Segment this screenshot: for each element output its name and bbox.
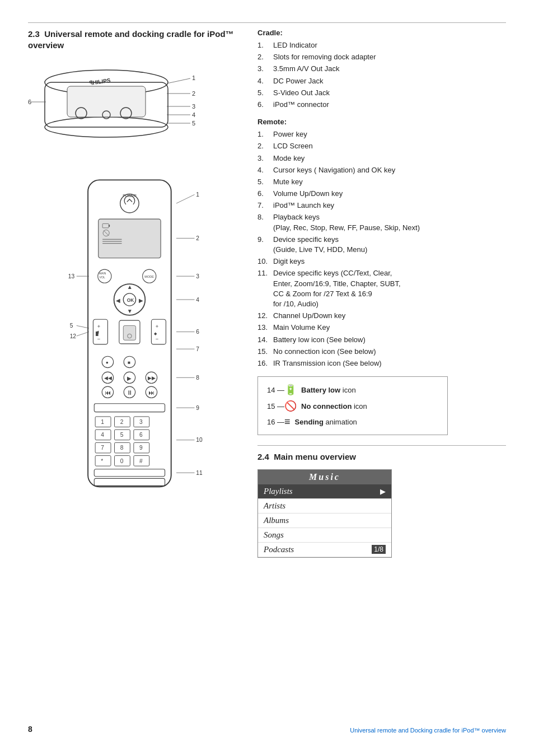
svg-text:7: 7 [196, 346, 199, 352]
list-item: 7.iPod™ Launch key [257, 200, 506, 211]
svg-text:+: + [156, 324, 158, 329]
icons-reference-box: 14 — 🔋 Battery low icon 15 — 🚫 No connec… [257, 376, 448, 435]
svg-text:▶: ▶ [127, 375, 132, 381]
main-content: 2.3 Universal remote and docking cradle … [28, 29, 506, 713]
svg-rect-23 [99, 219, 161, 258]
svg-text:9: 9 [196, 405, 199, 411]
svg-text:4: 4 [192, 111, 195, 118]
right-column: Cradle: 1.LED Indicator 2.Slots for remo… [257, 29, 506, 713]
svg-text:−: − [156, 337, 158, 342]
page: 2.3 Universal remote and docking cradle … [0, 0, 534, 756]
sending-icon-row: 16 — ≡ Sending animation [267, 416, 438, 428]
menu-item-artists: Artists [258, 499, 391, 514]
svg-text:▲: ▲ [127, 284, 133, 290]
remote-section-title: Remote: [257, 118, 506, 126]
svg-rect-71 [94, 404, 165, 412]
menu-item-albums: Albums [258, 514, 391, 528]
svg-text:5: 5 [192, 120, 195, 127]
svg-text:8: 8 [196, 375, 199, 381]
svg-text:2: 2 [192, 90, 195, 97]
battery-icon-row: 14 — 🔋 Battery low icon [267, 384, 438, 396]
svg-text:1: 1 [101, 419, 104, 425]
list-item: 6.iPod™ connector [257, 100, 506, 110]
menu-title: Music [258, 470, 391, 484]
menu-item-playlists: Playlists ▶ [258, 484, 391, 499]
list-item: 4.Cursor keys ( Navigation) and OK key [257, 165, 506, 175]
svg-text:MAIN: MAIN [99, 272, 106, 275]
svg-text:3: 3 [196, 273, 199, 279]
svg-text:⏮: ⏮ [105, 389, 111, 396]
svg-text:4: 4 [101, 432, 104, 438]
svg-line-106 [77, 325, 89, 328]
svg-text:◀◀: ◀◀ [104, 375, 112, 381]
svg-text:◀: ◀ [116, 297, 120, 304]
list-item: 16.IR Transmission icon (See below) [257, 358, 506, 368]
svg-text:3: 3 [192, 103, 195, 110]
svg-text:ꟼHILIPS: ꟼHILIPS [89, 77, 111, 86]
list-item: 9.Device specific keys(Guide, Live TV, H… [257, 235, 506, 255]
list-item: 1.LED Indicator [257, 40, 506, 50]
svg-text:4: 4 [196, 297, 199, 303]
page-footer: 8 Universal remote and Docking cradle fo… [28, 713, 506, 734]
svg-line-98 [176, 194, 195, 203]
menu-screen: Music Playlists ▶ Artists Albums Songs [257, 469, 392, 558]
svg-text:3: 3 [139, 419, 143, 425]
svg-text:1: 1 [196, 192, 199, 198]
list-item: 2.Slots for removing dock adapter [257, 52, 506, 62]
svg-text:VOL: VOL [100, 276, 105, 279]
cradle-list: 1.LED Indicator 2.Slots for removing doc… [257, 40, 506, 110]
menu-item-podcasts: Podcasts 1/8 [258, 543, 391, 557]
cradle-section-title: Cradle: [257, 29, 506, 37]
list-item: 8.Playback keys(Play, Rec, Stop, Rew, FF… [257, 212, 506, 232]
list-item: 15.No connection icon (See below) [257, 347, 506, 357]
svg-text:⏭: ⏭ [148, 389, 154, 396]
list-item: 5.S-Video Out Jack [257, 88, 506, 98]
svg-line-8 [167, 78, 190, 83]
cradle-diagram: ꟼHILIPS 1 2 3 [28, 57, 207, 152]
svg-text:▼: ▼ [127, 308, 133, 314]
remote-list: 1.Power key 2.LCD Screen 3.Mode key 4.Cu… [257, 129, 506, 368]
svg-text:⏸: ⏸ [127, 389, 133, 396]
svg-text:13: 13 [68, 273, 75, 279]
svg-text:#: # [139, 458, 143, 464]
left-column: 2.3 Universal remote and docking cradle … [28, 29, 241, 713]
remote-diagram: POWER [67, 162, 202, 511]
svg-text:*: * [101, 458, 103, 464]
list-item: 2.LCD Screen [257, 141, 506, 151]
list-item: 14.Battery low icon (See below) [257, 335, 506, 345]
page-number: 8 [28, 725, 32, 734]
svg-text:1: 1 [192, 74, 195, 81]
svg-text:6: 6 [139, 432, 143, 438]
list-item: 3.3.5mm A/V Out Jack [257, 64, 506, 74]
svg-rect-97 [94, 478, 165, 486]
svg-text:OK: OK [127, 297, 134, 303]
svg-rect-96 [94, 469, 165, 477]
svg-text:6: 6 [196, 329, 199, 335]
list-item: 10.Digit keys [257, 256, 506, 267]
svg-text:6: 6 [28, 99, 31, 105]
svg-text:+: + [97, 324, 100, 329]
list-item: 12.Channel Up/Down key [257, 311, 506, 321]
svg-text:◆: ◆ [154, 332, 157, 335]
list-item: 3.Mode key [257, 153, 506, 164]
svg-text:10: 10 [196, 437, 203, 443]
svg-text:7: 7 [101, 445, 104, 451]
svg-text:11: 11 [196, 470, 203, 476]
svg-rect-25 [109, 225, 110, 227]
section-24: 2.4 Main menu overview Music Playlists ▶… [257, 445, 506, 558]
svg-text:●: ● [106, 360, 109, 365]
svg-text:2: 2 [196, 235, 199, 241]
svg-text:9: 9 [139, 445, 143, 451]
list-item: 11.Device specific keys (CC/Text, Clear,… [257, 268, 506, 309]
svg-text:█: █ [96, 332, 99, 336]
svg-text:2: 2 [120, 419, 124, 425]
svg-text:−: − [97, 337, 100, 342]
svg-text:5: 5 [120, 432, 124, 438]
svg-text:▶: ▶ [139, 297, 143, 304]
top-divider [28, 22, 506, 23]
svg-text:8: 8 [120, 445, 124, 451]
list-item: 5.Mute key [257, 177, 506, 187]
svg-line-120 [77, 332, 89, 336]
svg-text:0: 0 [120, 458, 124, 464]
list-item: 1.Power key [257, 129, 506, 139]
